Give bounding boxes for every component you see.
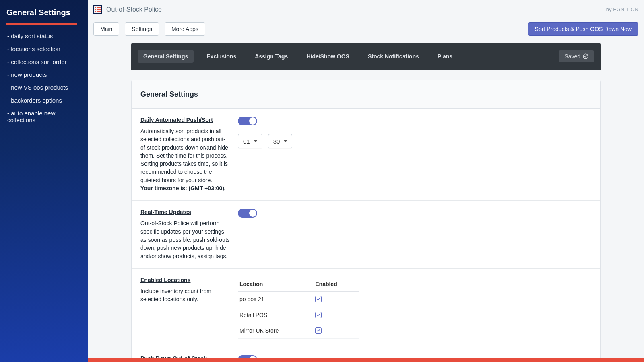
caret-down-icon — [254, 140, 257, 142]
location-checkbox[interactable] — [315, 312, 322, 318]
daily-sort-minute-value: 30 — [273, 138, 280, 145]
table-row: Mirror UK Store — [238, 323, 359, 338]
daily-sort-minute-select[interactable]: 30 — [268, 134, 293, 148]
daily-sort-hour-value: 01 — [243, 138, 250, 145]
daily-sort-title[interactable]: Daily Automated Push/Sort — [140, 117, 230, 123]
sidebar-underline — [6, 23, 77, 25]
realtime-description: Out-of-Stock Police will perform specifi… — [140, 219, 230, 260]
sidebar-item-daily-sort-status[interactable]: - daily sort status — [0, 29, 88, 42]
locations-col-location: Location — [238, 277, 314, 292]
location-checkbox[interactable] — [315, 327, 322, 334]
realtime-toggle[interactable] — [238, 209, 257, 218]
sort-push-now-button[interactable]: Sort Products & Push OOS Down Now — [528, 22, 638, 36]
sidebar: General Settings - daily sort status - l… — [0, 0, 88, 362]
main-area: Out-of-Stock Police by EGNITION Main Set… — [88, 0, 644, 362]
tab-plans[interactable]: Plans — [432, 50, 458, 63]
daily-sort-desc-text: Automatically sort products in all selec… — [140, 128, 228, 183]
sidebar-item-locations-selection[interactable]: - locations selection — [0, 42, 88, 55]
more-apps-button[interactable]: More Apps — [165, 22, 205, 36]
location-checkbox[interactable] — [315, 296, 322, 302]
sidebar-item-auto-enable-new-collections[interactable]: - auto enable new collections — [0, 107, 88, 126]
saved-label: Saved — [564, 53, 580, 60]
location-name: Retail POS — [238, 307, 314, 323]
app-logo-icon — [93, 5, 102, 14]
sidebar-item-collections-sort-order[interactable]: - collections sort order — [0, 55, 88, 68]
sidebar-item-new-products[interactable]: - new products — [0, 68, 88, 81]
locations-description: Include inventory count from selected lo… — [140, 287, 230, 304]
content-scroll[interactable]: General Settings Exclusions Assign Tags … — [88, 39, 644, 362]
saved-badge: Saved — [559, 50, 594, 62]
app-name: Out-of-Stock Police — [106, 6, 162, 13]
location-name: Mirror UK Store — [238, 323, 314, 338]
daily-sort-timezone: Your timezone is: (GMT +03:00). — [140, 185, 226, 191]
card-title: General Settings — [132, 80, 600, 109]
locations-table: Location Enabled po box 21 Retail POS — [238, 277, 359, 339]
realtime-title[interactable]: Real-Time Updates — [140, 209, 230, 215]
bottom-accent-bar — [88, 358, 644, 362]
tab-assign-tags[interactable]: Assign Tags — [249, 50, 293, 63]
sidebar-item-new-vs-oos-products[interactable]: - new VS oos products — [0, 81, 88, 94]
section-daily-sort: Daily Automated Push/Sort Automatically … — [132, 109, 600, 201]
tab-exclusions[interactable]: Exclusions — [201, 50, 242, 63]
tab-stock-notifications[interactable]: Stock Notifications — [362, 50, 425, 63]
settings-card: General Settings Daily Automated Push/So… — [131, 80, 601, 362]
tab-general-settings[interactable]: General Settings — [138, 50, 194, 63]
table-row: Retail POS — [238, 307, 359, 323]
daily-sort-toggle[interactable] — [238, 117, 257, 125]
tab-hide-show-oos[interactable]: Hide/Show OOS — [301, 50, 355, 63]
check-circle-icon — [583, 53, 588, 59]
daily-sort-description: Automatically sort products in all selec… — [140, 127, 230, 192]
locations-col-enabled: Enabled — [314, 277, 359, 292]
main-button[interactable]: Main — [93, 22, 119, 36]
section-locations: Enabled Locations Include inventory coun… — [132, 269, 600, 347]
location-name: po box 21 — [238, 291, 314, 307]
section-realtime: Real-Time Updates Out-of-Stock Police wi… — [132, 201, 600, 268]
toolbar: Main Settings More Apps Sort Products & … — [88, 19, 644, 39]
caret-down-icon — [284, 140, 287, 142]
locations-title[interactable]: Enabled Locations — [140, 277, 230, 283]
settings-button[interactable]: Settings — [125, 22, 159, 36]
sidebar-title: General Settings — [0, 8, 88, 23]
by-egnition-label: by EGNITION — [606, 6, 638, 12]
tabs-bar: General Settings Exclusions Assign Tags … — [131, 43, 601, 70]
top-bar: Out-of-Stock Police by EGNITION — [88, 0, 644, 19]
table-row: po box 21 — [238, 291, 359, 307]
daily-sort-hour-select[interactable]: 01 — [238, 134, 262, 148]
sidebar-item-backorders-options[interactable]: - backorders options — [0, 94, 88, 107]
